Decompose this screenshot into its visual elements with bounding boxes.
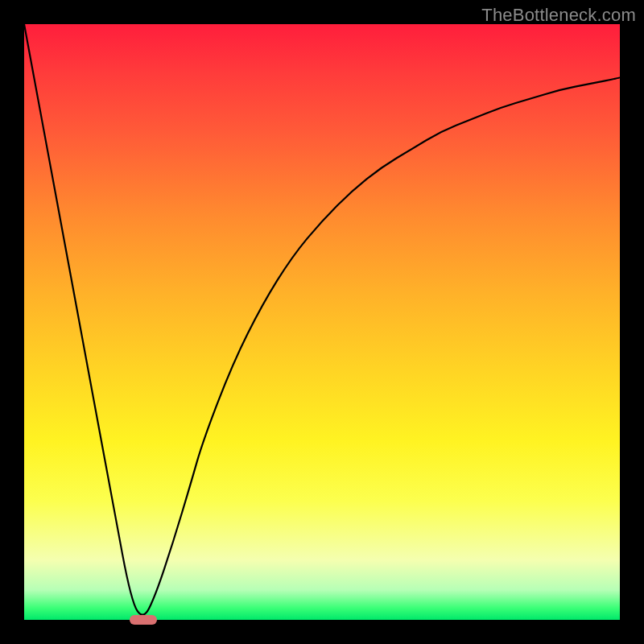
watermark-label: TheBottleneck.com [481,5,636,26]
optimal-marker [130,615,157,625]
chart-frame: TheBottleneck.com [0,0,644,644]
plot-area [24,24,620,620]
bottleneck-curve [24,24,620,620]
